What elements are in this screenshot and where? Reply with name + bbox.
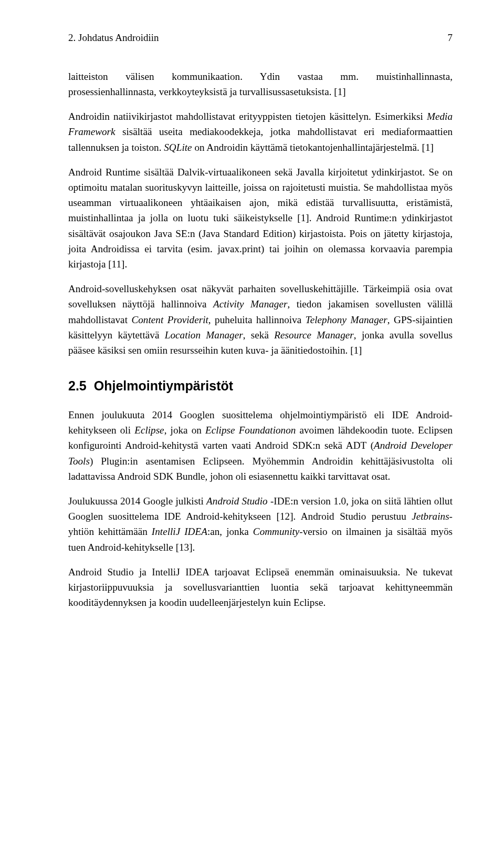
term-community: Community (253, 526, 299, 537)
paragraph-5: Ennen joulukuuta 2014 Googlen suosittele… (68, 407, 453, 484)
term-android-studio: Android Studio (206, 496, 268, 507)
term-telephony-manager: Telephony Manager (306, 314, 387, 325)
text: Joulukuussa 2014 Google julkisti (68, 496, 206, 507)
page-number: 7 (448, 30, 453, 46)
paragraph-4: Android-sovelluskehyksen osat näkyvät pa… (68, 281, 453, 358)
term-jetbrains: Jetbrains (412, 511, 449, 522)
section-heading: 2.5Ohjelmointiympäristöt (68, 376, 453, 396)
term-eclipse-foundation: Eclipse Foundationon (205, 425, 296, 436)
paragraph-7: Android Studio ja IntelliJ IDEA tarjoava… (68, 564, 453, 611)
text: :an, jonka (207, 526, 253, 537)
running-head: 2. Johdatus Androidiin 7 (68, 30, 453, 46)
term-content-providers: Content Providerit (131, 314, 208, 325)
term-resource-manager: Resource Manager (274, 329, 353, 341)
text: , puheluita hallinnoiva (208, 314, 306, 325)
text: , sekä (243, 329, 275, 341)
text: , joka on (164, 425, 205, 436)
term-eclipse: Eclipse (134, 425, 164, 436)
section-title: Ohjelmointiympäristöt (94, 378, 233, 393)
paragraph-3: Android Runtime sisältää Dalvik-virtuaal… (68, 164, 453, 272)
section-number: 2.5 (68, 378, 87, 393)
paragraph-1: laitteiston välisen kommunikaation. Ydin… (68, 69, 453, 99)
text: on Androidin käyttämä tietokantojenhalli… (192, 142, 434, 153)
term-activity-manager: Activity Manager (213, 298, 287, 309)
paragraph-6: Joulukuussa 2014 Google julkisti Android… (68, 493, 453, 555)
term-intellij: IntelliJ IDEA (152, 526, 207, 537)
text: ) Plugin:in asentamisen Eclipseen. Myöhe… (68, 456, 453, 482)
paragraph-2: Androidin natiivikirjastot mahdollistava… (68, 109, 453, 155)
chapter-label: 2. Johdatus Androidiin (68, 30, 159, 46)
text: Androidin natiivikirjastot mahdollistava… (68, 111, 427, 122)
term-sqlite: SQLite (164, 142, 192, 153)
page: 2. Johdatus Androidiin 7 laitteiston väl… (0, 0, 504, 846)
term-location-manager: Location Manager (165, 329, 243, 341)
